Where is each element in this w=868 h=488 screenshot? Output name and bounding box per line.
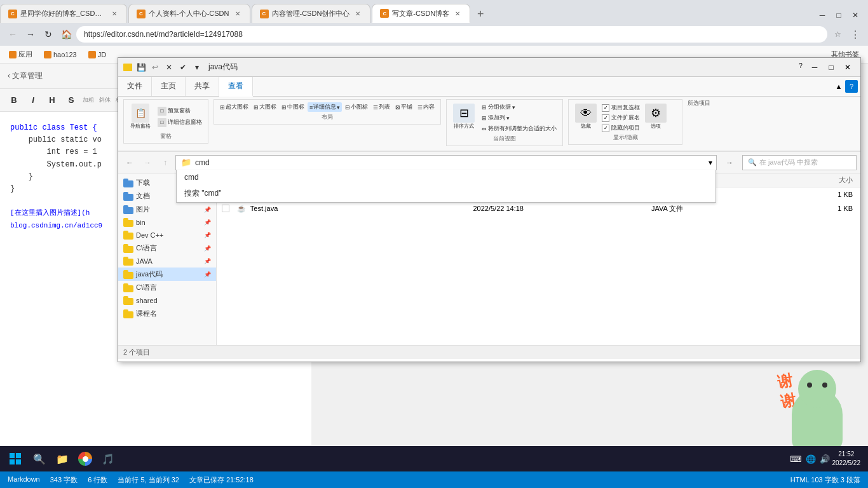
hide-selected-btn[interactable]: 👁 隐藏 (573, 102, 599, 131)
address-dropdown-btn[interactable]: ▾ (709, 158, 712, 167)
tab-2-close[interactable]: ✕ (233, 10, 242, 18)
details-pane-btn[interactable]: □ 详细信息窗格 (156, 118, 204, 128)
chrome-taskbar[interactable] (74, 447, 97, 470)
new-tab-button[interactable]: + (471, 5, 489, 23)
article-mgmt-link[interactable]: ‹ 文章管理 (8, 71, 43, 81)
tab-1[interactable]: C 星同学你好的博客_CSDN博客-C... ✕ (0, 4, 127, 23)
clock[interactable]: 21:52 2022/5/22 (832, 450, 861, 468)
restore-button[interactable]: □ (824, 61, 839, 74)
address-path[interactable]: 📁 cmd ▾ cmd 搜索 "cmd" (175, 155, 717, 170)
sidebar-bin[interactable]: bin 📌 (118, 216, 216, 229)
ribbon-help-btn[interactable]: ? (845, 80, 858, 93)
minimize-browser[interactable]: ─ (815, 8, 830, 23)
large-icon-btn[interactable]: ⊞大图标 (252, 102, 278, 112)
dropdown-cmd[interactable]: cmd (177, 170, 715, 185)
back-nav-btn[interactable]: ← (122, 155, 137, 170)
status-bar: Markdown 343 字数 6 行数 当前行 5, 当前列 32 文章已保存… (0, 471, 868, 488)
dropdown-search-cmd[interactable]: 搜索 "cmd" (177, 185, 715, 202)
bookmark-jd[interactable]: JD (85, 50, 110, 60)
nav-pane-btn[interactable]: 📋 导航窗格 (128, 102, 153, 131)
sidebar-course[interactable]: 课程名 (118, 307, 216, 320)
ribbon-tab-share[interactable]: 共享 (186, 77, 219, 96)
checkbox-file-ext[interactable]: ✓ 文件扩展名 (602, 114, 640, 122)
ribbon-collapse-btn[interactable]: ▲ (832, 80, 845, 93)
toolbar-dropdown-icon[interactable]: ▾ (192, 62, 202, 72)
checkbox-1[interactable] (222, 205, 234, 212)
tab-3-close[interactable]: ✕ (353, 10, 362, 18)
list-view-btn[interactable]: ☰列表 (371, 102, 392, 112)
tiles-view-btn[interactable]: ⊠平铺 (393, 102, 414, 112)
preview-pane-label: 预览窗格 (168, 107, 191, 115)
italic-button[interactable]: I (24, 92, 42, 109)
refresh-button[interactable]: ↻ (41, 27, 56, 42)
tab-1-favicon: C (8, 10, 17, 18)
add-col-icon: ⊞ (482, 115, 487, 121)
tab-2[interactable]: C 个人资料-个人中心-CSDN ✕ (128, 4, 250, 23)
ribbon-tab-home[interactable]: 主页 (152, 77, 186, 96)
checkbox-item-check[interactable]: ✓ 项目复选框 (602, 104, 640, 112)
keyboard-icon[interactable]: ⌨ (790, 454, 802, 464)
options-btn[interactable]: ⚙ 选项 (642, 102, 669, 131)
tab-4[interactable]: C 写文章-CSDN博客 ✕ (372, 4, 470, 23)
ribbon-tab-view[interactable]: 查看 (219, 77, 253, 97)
fit-col-icon: ⇔ (482, 126, 487, 132)
extra-large-icon-btn[interactable]: ⊞超大图标 (218, 102, 250, 112)
close-button[interactable]: ✕ (840, 61, 855, 74)
details-view-btn[interactable]: ≡详细信息▾ (308, 102, 342, 112)
tab-3[interactable]: C 内容管理-CSDN创作中心 ✕ (252, 4, 371, 23)
back-button[interactable]: ← (5, 27, 20, 42)
extensions-button[interactable]: ⋮ (848, 27, 863, 42)
help-button[interactable]: ? (796, 61, 806, 71)
nav-next-btn[interactable]: → (722, 155, 737, 170)
network-icon[interactable]: 🌐 (806, 454, 816, 464)
small-icon-btn[interactable]: ⊟小图标 (343, 102, 370, 112)
address-input[interactable] (76, 26, 827, 43)
sidebar-clang2[interactable]: C\语言 (118, 281, 216, 294)
ribbon-tab-file[interactable]: 文件 (118, 77, 152, 96)
add-columns-btn[interactable]: ⊞ 添加列▾ (480, 113, 559, 123)
heading-button[interactable]: H (43, 92, 61, 109)
sidebar-shared[interactable]: shared (118, 294, 216, 307)
insert-image-link[interactable]: [在这里插入图片描述](h (10, 209, 90, 217)
tab-4-close[interactable]: ✕ (453, 9, 462, 18)
sidebar-clang[interactable]: C\语言 📌 (118, 241, 216, 255)
col-size-header[interactable]: 大小 (770, 175, 855, 185)
bookmark-apps[interactable]: 应用 (5, 48, 36, 60)
file-explorer-taskbar[interactable]: 📁 (51, 447, 74, 470)
start-button[interactable] (3, 446, 28, 471)
sidebar-java[interactable]: JAVA 📌 (118, 255, 216, 268)
checkbox-hidden-items[interactable]: ✓ 隐藏的项目 (602, 124, 640, 132)
toolbar-delete-icon[interactable]: ✕ (164, 62, 174, 72)
file-row-1[interactable]: ☕ Test.java 2022/5/22 14:18 JAVA 文件 1 KB (217, 201, 860, 215)
music-taskbar[interactable]: 🎵 (97, 447, 119, 470)
bookmark-hao123[interactable]: hao123 (40, 50, 81, 60)
medium-icon-btn[interactable]: ⊞中图标 (280, 102, 306, 112)
strikethrough-button[interactable]: S (62, 92, 80, 109)
forward-nav-btn[interactable]: → (140, 155, 155, 170)
content-view-btn[interactable]: ☰内容 (416, 102, 437, 112)
preview-pane-btn[interactable]: □ 预览窗格 (156, 106, 204, 116)
nav-arrow-right[interactable]: → (722, 155, 737, 170)
search-taskbar[interactable]: 🔍 (28, 447, 51, 470)
bookmark-button[interactable]: ☆ (830, 27, 845, 42)
bold-button[interactable]: B (5, 92, 23, 109)
sort-by-btn[interactable]: ⊟ 排序方式 (451, 102, 477, 131)
close-browser[interactable]: ✕ (848, 8, 863, 23)
search-box[interactable]: 🔍 在 java代码 中搜索 (742, 155, 857, 170)
minimize-button[interactable]: ─ (807, 61, 822, 74)
maximize-browser[interactable]: □ (831, 8, 846, 23)
toolbar-save-icon[interactable]: 💾 (136, 62, 146, 72)
blog-url[interactable]: blog.csdnimg.cn/ad1cc9 (10, 222, 102, 229)
speaker-icon[interactable]: 🔊 (820, 454, 830, 464)
group-by-btn[interactable]: ⊞ 分组依据▾ (480, 102, 559, 112)
toolbar-undo-icon[interactable]: ↩ (150, 62, 160, 72)
home-button[interactable]: 🏠 (58, 27, 74, 42)
forward-button[interactable]: → (23, 27, 38, 42)
tab-1-close[interactable]: ✕ (110, 10, 119, 18)
toolbar-prop-icon[interactable]: ✔ (178, 62, 188, 72)
sidebar-pics[interactable]: 图片 📌 (118, 203, 216, 216)
sidebar-javacode[interactable]: java代码 📌 (118, 268, 216, 281)
sidebar-devcpp[interactable]: Dev C++ 📌 (118, 229, 216, 241)
fit-columns-btn[interactable]: ⇔ 将所有列调整为合适的大小 (480, 124, 559, 133)
up-nav-btn[interactable]: ↑ (158, 155, 173, 170)
